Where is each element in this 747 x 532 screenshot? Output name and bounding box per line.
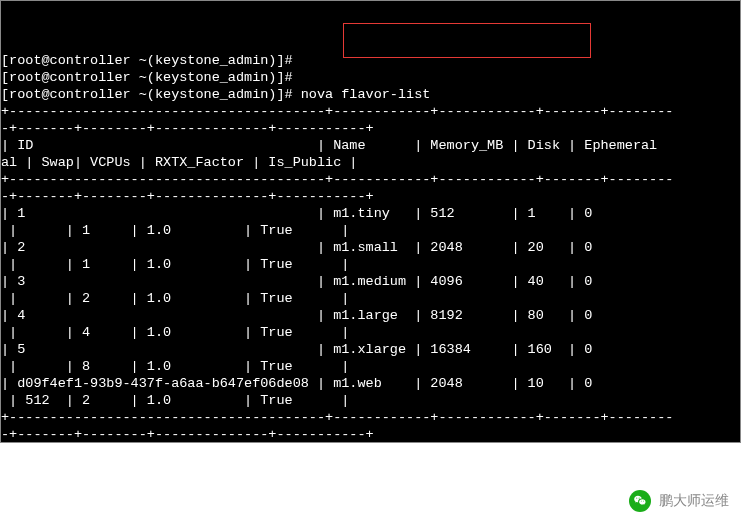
wechat-icon [629,490,651,512]
terminal[interactable]: [root@controller ~(keystone_admin)]# [ro… [0,0,741,443]
watermark: 鹏大师运维 [629,490,729,512]
terminal-output: [root@controller ~(keystone_admin)]# [ro… [1,52,740,443]
watermark-text: 鹏大师运维 [659,492,729,510]
